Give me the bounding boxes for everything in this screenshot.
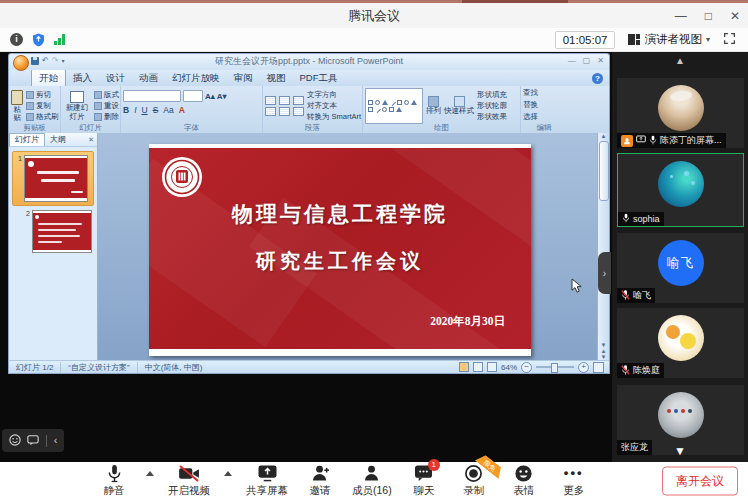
tab-review[interactable]: 审阅 bbox=[227, 70, 260, 86]
normal-view-icon[interactable] bbox=[459, 362, 469, 372]
invite-button[interactable]: 邀请 bbox=[302, 464, 338, 498]
scroll-participants-down-icon[interactable]: ▼ bbox=[612, 444, 748, 458]
font-color-button[interactable]: A bbox=[179, 105, 185, 115]
smartart-button[interactable]: 转换为 SmartArt bbox=[307, 112, 361, 122]
select-button[interactable]: 选择 bbox=[523, 112, 565, 122]
quick-access-toolbar[interactable]: ↶ ↷ ▾ bbox=[31, 56, 64, 65]
arrange-button[interactable]: 排列 bbox=[426, 88, 441, 124]
paste-button[interactable]: 粘贴 bbox=[11, 88, 23, 124]
security-shield-icon[interactable] bbox=[32, 33, 45, 47]
font-name-dropdown[interactable] bbox=[123, 90, 181, 102]
chat-bubble-icon[interactable] bbox=[27, 432, 39, 450]
participant-tile-chentianding[interactable]: 陈添丁的屏幕... bbox=[617, 78, 744, 148]
font-size-dropdown[interactable] bbox=[183, 90, 203, 102]
delete-slide-button[interactable]: 删除 bbox=[94, 112, 119, 122]
shape-fill-button[interactable]: 形状填充 bbox=[477, 90, 507, 100]
strikethrough-button[interactable]: S bbox=[153, 105, 159, 115]
mute-button[interactable]: 静音 bbox=[96, 464, 132, 498]
list-buttons[interactable] bbox=[265, 96, 304, 105]
slide-1[interactable]: 物理与信息工程学院 研究生工作会议 2020年8月30日 bbox=[149, 144, 531, 356]
shape-outline-button[interactable]: 形状轮廓 bbox=[477, 101, 507, 111]
more-button[interactable]: ••• 更多 bbox=[556, 464, 592, 498]
change-case-button[interactable]: Aa bbox=[163, 105, 173, 115]
copy-button[interactable]: 复制 bbox=[26, 101, 59, 111]
align-buttons[interactable] bbox=[265, 107, 304, 116]
tab-insert[interactable]: 插入 bbox=[66, 70, 99, 86]
vertical-scrollbar[interactable]: ▲ ▼ ▲ ▼ bbox=[597, 133, 609, 360]
shapes-gallery[interactable] bbox=[365, 88, 423, 124]
help-icon[interactable]: ? bbox=[592, 73, 603, 84]
grow-font-icon[interactable]: A▴ bbox=[205, 92, 215, 101]
align-text-button[interactable]: 对齐文本 bbox=[307, 101, 361, 111]
view-mode-selector[interactable]: 演讲者视图 ▾ bbox=[628, 32, 710, 47]
slide-editor-canvas[interactable]: 物理与信息工程学院 研究生工作会议 2020年8月30日 bbox=[98, 133, 597, 360]
bold-button[interactable]: B bbox=[123, 105, 129, 115]
save-icon[interactable] bbox=[31, 57, 39, 65]
italic-button[interactable]: I bbox=[134, 105, 136, 115]
sidebar-collapse-handle[interactable]: › bbox=[598, 252, 611, 294]
tab-home[interactable]: 开始 bbox=[31, 69, 66, 86]
qat-chevron-icon[interactable]: ▾ bbox=[61, 57, 64, 64]
zoom-slider[interactable] bbox=[536, 366, 574, 368]
leave-meeting-button[interactable]: 离开会议 bbox=[662, 466, 738, 495]
minimize-icon[interactable]: — bbox=[675, 9, 687, 23]
redo-icon[interactable]: ↷ bbox=[52, 56, 59, 65]
tab-outline[interactable]: 大纲 bbox=[45, 134, 71, 145]
quick-styles-button[interactable]: 快速样式 bbox=[444, 88, 474, 124]
underline-button[interactable]: U bbox=[142, 105, 148, 115]
ribbon-group-clipboard: 粘贴 剪切 复制 格式刷 剪贴板 bbox=[9, 86, 61, 133]
members-button[interactable]: 成员(16) bbox=[352, 464, 392, 498]
next-slide-icon[interactable]: ▼ bbox=[601, 354, 607, 360]
participant-tile-yufei[interactable]: 喻飞 喻飞 bbox=[617, 233, 744, 303]
zoom-out-icon[interactable]: − bbox=[521, 362, 532, 373]
undo-icon[interactable]: ↶ bbox=[42, 56, 49, 65]
collapse-left-icon[interactable]: ‹ bbox=[54, 429, 58, 452]
new-slide-button[interactable]: 新建幻灯片 bbox=[63, 88, 91, 124]
panel-close-icon[interactable]: ✕ bbox=[88, 136, 94, 144]
ppt-close-icon[interactable]: ✕ bbox=[597, 56, 604, 65]
slideshow-view-icon[interactable] bbox=[487, 362, 497, 372]
ppt-minimize-icon[interactable]: — bbox=[568, 56, 576, 65]
participant-tile-chenhuanting[interactable]: 陈焕庭 bbox=[617, 308, 744, 378]
cut-button[interactable]: 剪切 bbox=[26, 90, 59, 100]
tab-slides-thumbnails[interactable]: 幻灯片 bbox=[9, 133, 45, 146]
chat-button[interactable]: 1 聊天 bbox=[406, 464, 442, 498]
record-button[interactable]: 限免 录制 bbox=[456, 464, 492, 498]
fullscreen-icon[interactable] bbox=[723, 31, 736, 49]
slide-thumbnail-2[interactable]: 2 bbox=[21, 210, 94, 253]
emoji-reaction-icon[interactable] bbox=[9, 432, 21, 450]
slide-thumbnail-1-selected[interactable]: 1 bbox=[12, 151, 94, 206]
mic-options-caret[interactable] bbox=[146, 471, 154, 476]
tab-design[interactable]: 设计 bbox=[99, 70, 132, 86]
meeting-info-icon[interactable]: i bbox=[10, 33, 23, 46]
shape-effects-button[interactable]: 形状效果 bbox=[477, 112, 507, 122]
fit-to-window-icon[interactable] bbox=[593, 362, 604, 373]
tab-slideshow[interactable]: 幻灯片放映 bbox=[165, 70, 227, 86]
participant-tile-sophia[interactable]: sophia bbox=[617, 153, 744, 227]
maximize-icon[interactable]: □ bbox=[705, 9, 712, 23]
shrink-font-icon[interactable]: A▾ bbox=[217, 92, 227, 101]
scroll-up-icon[interactable]: ▲ bbox=[601, 133, 607, 139]
reset-button[interactable]: 重设 bbox=[94, 101, 119, 111]
scrollbar-thumb[interactable] bbox=[599, 141, 609, 201]
tab-view[interactable]: 视图 bbox=[260, 70, 293, 86]
network-signal-icon[interactable] bbox=[54, 34, 65, 45]
tab-animations[interactable]: 动画 bbox=[132, 70, 165, 86]
text-direction-button[interactable]: 文字方向 bbox=[307, 90, 361, 100]
start-video-button[interactable]: 开启视频 bbox=[168, 464, 210, 498]
format-painter-button[interactable]: 格式刷 bbox=[26, 112, 59, 122]
zoom-in-icon[interactable]: + bbox=[578, 362, 589, 373]
share-screen-button[interactable]: 共享屏幕 bbox=[246, 464, 288, 498]
close-icon[interactable]: ✕ bbox=[730, 9, 740, 23]
find-button[interactable]: 查找 bbox=[523, 88, 565, 98]
video-options-caret[interactable] bbox=[224, 471, 232, 476]
emoji-button[interactable]: 表情 bbox=[506, 464, 542, 498]
scroll-participants-up-icon[interactable]: ▲ bbox=[612, 55, 748, 66]
layout-button[interactable]: 版式 bbox=[94, 90, 119, 100]
tab-pdf-tools[interactable]: PDF工具 bbox=[293, 70, 345, 86]
replace-button[interactable]: 替换 bbox=[523, 100, 565, 110]
mic-muted-icon bbox=[621, 290, 630, 302]
ppt-maximize-icon[interactable]: ▢ bbox=[583, 56, 591, 65]
slide-sorter-icon[interactable] bbox=[473, 362, 483, 372]
office-button[interactable] bbox=[13, 55, 29, 71]
